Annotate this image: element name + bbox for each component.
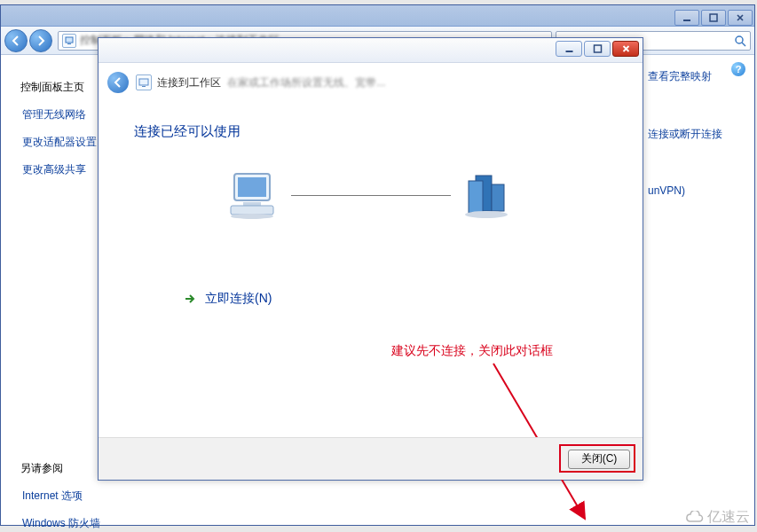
right-link-map[interactable]: 查看完整映射 (648, 69, 740, 84)
maximize-button[interactable] (701, 10, 726, 26)
close-button[interactable]: 关闭(C) (568, 450, 630, 469)
svg-rect-17 (492, 184, 504, 211)
svg-rect-12 (243, 202, 261, 206)
dialog-button-bar: 关闭(C) (99, 437, 643, 480)
dialog-window-buttons (556, 41, 639, 57)
dialog-title-text: 连接到工作区 (157, 76, 221, 89)
svg-rect-2 (66, 37, 73, 43)
dialog-title-extra: 在家或工作场所设置无线、宽带... (227, 76, 385, 89)
right-link-connect[interactable]: 连接或断开连接 (648, 127, 740, 142)
connection-diagram (134, 170, 607, 220)
sidebar-item-adapter[interactable]: 更改适配器设置 (22, 135, 90, 150)
close-button[interactable] (728, 10, 753, 26)
svg-rect-9 (142, 86, 146, 87)
see-also-internet[interactable]: Internet 选项 (22, 489, 90, 504)
svg-rect-1 (710, 14, 717, 21)
dialog-title: 连接到工作区 在家或工作场所设置无线、宽带... (157, 75, 385, 90)
cloud-icon (684, 511, 704, 525)
sidebar-item-wireless[interactable]: 管理无线网络 (22, 107, 90, 122)
watermark-text: 亿速云 (707, 508, 750, 527)
sidebar-heading: 控制面板主页 (20, 80, 90, 95)
svg-rect-13 (231, 206, 273, 215)
dialog-content: 连接已经可以使用 立即连接(N) 建议先不连接，关闭此对话框 (99, 102, 643, 435)
connect-workplace-dialog: 连接到工作区 在家或工作场所设置无线、宽带... 连接已经可以使用 (98, 37, 643, 481)
svg-line-5 (742, 43, 745, 46)
dialog-minimize-button[interactable] (556, 41, 582, 57)
svg-rect-8 (139, 79, 148, 85)
address-icon (62, 34, 76, 48)
dialog-close-icon[interactable] (612, 41, 639, 57)
see-also-heading: 另请参阅 (20, 461, 90, 476)
dialog-title-icon (136, 74, 152, 90)
right-link-panel: 查看完整映射 连接或断开连接 unVPN) (648, 55, 754, 239)
connect-now-link[interactable]: 立即连接(N) (184, 291, 607, 307)
svg-point-14 (231, 214, 273, 219)
annotation-text: 建议先不连接，关闭此对话框 (391, 343, 553, 359)
dialog-header: 连接到工作区 在家或工作场所设置无线、宽带... (99, 63, 643, 102)
svg-point-18 (465, 211, 508, 218)
svg-rect-0 (683, 20, 690, 21)
svg-rect-6 (565, 51, 572, 52)
outer-titlebar (1, 5, 754, 27)
server-icon (458, 170, 515, 220)
connection-line (291, 195, 451, 196)
svg-point-4 (736, 36, 743, 43)
svg-rect-16 (469, 181, 483, 213)
svg-rect-11 (238, 177, 266, 197)
nav-forward-button[interactable] (29, 29, 52, 52)
close-button-label: 关闭(C) (581, 451, 618, 466)
connect-now-label: 立即连接(N) (205, 291, 272, 307)
minimize-button[interactable] (674, 10, 699, 26)
dialog-back-button[interactable] (107, 72, 129, 93)
sidebar: 控制面板主页 管理无线网络 更改适配器设置 更改高级共享 另请参阅 Intern… (1, 55, 90, 525)
sidebar-item-sharing[interactable]: 更改高级共享 (22, 162, 90, 177)
search-icon (734, 35, 746, 47)
svg-rect-7 (594, 45, 601, 52)
connection-ready-heading: 连接已经可以使用 (134, 123, 607, 140)
dialog-titlebar (99, 38, 643, 63)
outer-window-buttons (673, 10, 753, 26)
watermark: 亿速云 (684, 508, 750, 527)
dialog-maximize-button[interactable] (584, 41, 611, 57)
svg-rect-3 (67, 43, 71, 44)
nav-back-button[interactable] (4, 29, 28, 52)
right-link-vpn[interactable]: unVPN) (648, 184, 740, 197)
computer-icon (227, 170, 284, 220)
connect-arrow-icon (184, 293, 196, 305)
see-also-firewall[interactable]: Windows 防火墙 (22, 516, 90, 531)
